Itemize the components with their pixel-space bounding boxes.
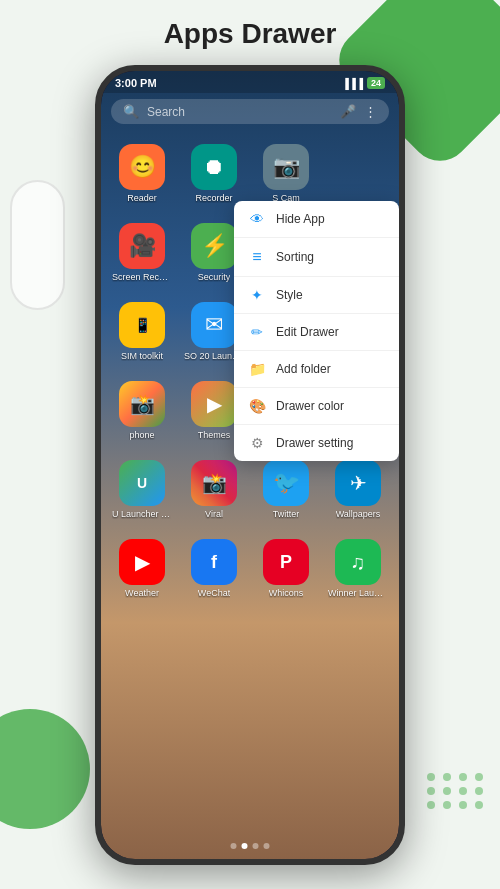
edit-drawer-label: Edit Drawer [276,325,339,339]
whicons-icon: P [263,539,309,585]
security-icon: ⚡ [191,223,237,269]
app-wallpapers[interactable]: ✈ Wallpapers [323,454,393,525]
dot-2[interactable] [242,843,248,849]
menu-icon[interactable]: ⋮ [364,104,377,119]
search-actions: 🎤 ⋮ [340,104,377,119]
phone-icon: 📸 [119,381,165,427]
wechat-label: WeChat [198,588,230,598]
drawer-color-icon: 🎨 [248,398,266,414]
page-dots [231,843,270,849]
sim-toolkit-icon: 📱 [119,302,165,348]
menu-hide-app[interactable]: 👁 Hide App [234,201,399,238]
sorting-label: Sorting [276,250,314,264]
phone-screen: 3:00 PM ▐▐▐ 24 🔍 Search 🎤 ⋮ 😊 Reader ⏺ R [101,71,399,859]
menu-drawer-color[interactable]: 🎨 Drawer color [234,388,399,425]
dot-1[interactable] [231,843,237,849]
recorder-icon: ⏺ [191,144,237,190]
signal-icon: ▐▐▐ [342,78,363,89]
phone-label: phone [129,430,154,440]
so20-icon: ✉ [191,302,237,348]
screen-recorder-label: Screen Recor... [112,272,172,282]
phone-frame: 3:00 PM ▐▐▐ 24 🔍 Search 🎤 ⋮ 😊 Reader ⏺ R [95,65,405,865]
drawer-color-label: Drawer color [276,399,344,413]
app-scam[interactable]: 📷 S Cam [251,138,321,209]
themes-icon: ▶ [191,381,237,427]
drawer-setting-icon: ⚙ [248,435,266,451]
mic-icon[interactable]: 🎤 [340,104,356,119]
dot-3[interactable] [253,843,259,849]
add-folder-label: Add folder [276,362,331,376]
context-menu: 👁 Hide App ≡ Sorting ✦ Style ✏ Edit Draw… [234,201,399,461]
status-icons: ▐▐▐ 24 [342,77,385,89]
menu-drawer-setting[interactable]: ⚙ Drawer setting [234,425,399,461]
app-twitter-row5[interactable]: 🐦 Twitter [251,454,321,525]
screen-recorder-icon: 🎥 [119,223,165,269]
app-ulauncher[interactable]: U U Launcher Li... [107,454,177,525]
app-whicons[interactable]: P Whicons [251,533,321,604]
battery-badge: 24 [367,77,385,89]
reader-label: Reader [127,193,157,203]
twitter-row5-label: Twitter [273,509,300,519]
app-viral[interactable]: 📸 Viral [179,454,249,525]
wechat-icon: f [191,539,237,585]
app-recorder[interactable]: ⏺ Recorder [179,138,249,209]
bg-decoration-pill [10,180,65,310]
ulauncher-label: U Launcher Li... [112,509,172,519]
wallpapers-label: Wallpapers [336,509,381,519]
menu-sorting[interactable]: ≡ Sorting [234,238,399,277]
winner-label: Winner Launc... [328,588,388,598]
winner-icon: ♫ [335,539,381,585]
weather-icon: ▶ [119,539,165,585]
status-bar: 3:00 PM ▐▐▐ 24 [101,71,399,93]
sorting-icon: ≡ [248,248,266,266]
security-label: Security [198,272,231,282]
status-time: 3:00 PM [115,77,157,89]
sim-toolkit-label: SIM toolkit [121,351,163,361]
search-icon: 🔍 [123,104,139,119]
app-winner[interactable]: ♫ Winner Launc... [323,533,393,604]
menu-edit-drawer[interactable]: ✏ Edit Drawer [234,314,399,351]
scam-icon: 📷 [263,144,309,190]
app-phone[interactable]: 📸 phone [107,375,177,446]
apps-row-6: ▶ Weather f WeChat P Whicons ♫ Winner La… [101,525,399,612]
add-folder-icon: 📁 [248,361,266,377]
twitter-row5-icon: 🐦 [263,460,309,506]
menu-style[interactable]: ✦ Style [234,277,399,314]
app-sim-toolkit[interactable]: 📱 SIM toolkit [107,296,177,367]
bg-decoration-bottom [0,709,90,829]
whicons-label: Whicons [269,588,304,598]
bg-decoration-dots [427,773,485,809]
wallpapers-icon: ✈ [335,460,381,506]
app-weather[interactable]: ▶ Weather [107,533,177,604]
app-wechat[interactable]: f WeChat [179,533,249,604]
reader-icon: 😊 [119,144,165,190]
search-bar[interactable]: 🔍 Search 🎤 ⋮ [111,99,389,124]
edit-drawer-icon: ✏ [248,324,266,340]
hide-app-label: Hide App [276,212,325,226]
weather-label: Weather [125,588,159,598]
hide-app-icon: 👁 [248,211,266,227]
dot-4[interactable] [264,843,270,849]
viral-icon: 📸 [191,460,237,506]
themes-label: Themes [198,430,231,440]
page-title: Apps Drawer [0,18,500,50]
style-icon: ✦ [248,287,266,303]
app-reader[interactable]: 😊 Reader [107,138,177,209]
app-screen-recorder[interactable]: 🎥 Screen Recor... [107,217,177,288]
menu-add-folder[interactable]: 📁 Add folder [234,351,399,388]
ulauncher-icon: U [119,460,165,506]
recorder-label: Recorder [195,193,232,203]
viral-label: Viral [205,509,223,519]
search-text: Search [147,105,332,119]
style-label: Style [276,288,303,302]
drawer-setting-label: Drawer setting [276,436,353,450]
